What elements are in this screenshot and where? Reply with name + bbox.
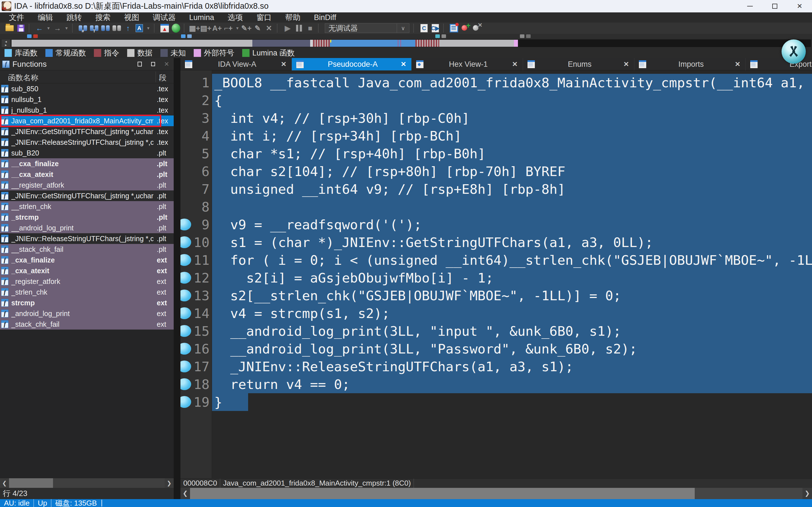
rename-icon[interactable]: A+ bbox=[212, 23, 222, 33]
function-row[interactable]: fsub_850.tex bbox=[0, 83, 174, 94]
lumina-icon[interactable] bbox=[171, 23, 181, 33]
code-line-5[interactable]: char *s1; // [rsp+40h] [rbp-B0h] bbox=[212, 145, 812, 163]
delete-breakpoint-icon[interactable] bbox=[471, 23, 481, 33]
code-line-11[interactable]: for ( i = 0; i < (unsigned __int64)__str… bbox=[212, 251, 812, 269]
code-line-8[interactable] bbox=[212, 198, 812, 216]
maximize-button[interactable] bbox=[762, 0, 787, 12]
debug-pause-icon[interactable] bbox=[294, 23, 304, 33]
function-row[interactable]: f_JNIEnv::ReleaseStringUTFChars(_jstring… bbox=[0, 233, 174, 244]
tab-close-icon[interactable]: ✕ bbox=[401, 60, 406, 68]
tab-close-icon[interactable]: ✕ bbox=[281, 60, 287, 68]
function-row[interactable]: f_cxa_atexitext bbox=[0, 265, 174, 276]
function-row[interactable]: f_register_atforkext bbox=[0, 276, 174, 287]
code-line-9[interactable]: v9 = __readfsqword('('); bbox=[212, 216, 812, 233]
create-struct-icon[interactable]: ▦+ bbox=[190, 23, 200, 33]
tab-close-icon[interactable]: ✕ bbox=[512, 60, 518, 68]
code-line-17[interactable]: _JNIEnv::ReleaseStringUTFChars(a1, a3, s… bbox=[212, 358, 812, 376]
function-row[interactable]: fj_nullsub_1.tex bbox=[0, 105, 174, 115]
navband-segment-1[interactable] bbox=[252, 40, 310, 47]
function-row[interactable]: f_JNIEnv::GetStringUTFChars(_jstring *,u… bbox=[0, 190, 174, 201]
menu-item-7[interactable]: 选项 bbox=[221, 12, 250, 22]
mini-toolbar-chip[interactable] bbox=[520, 34, 524, 38]
navband-segment-0[interactable] bbox=[11, 40, 252, 47]
panel-splitter[interactable] bbox=[174, 58, 181, 499]
mini-toolbar-chip[interactable] bbox=[27, 34, 32, 38]
tab-ida-view-a[interactable]: IDA View-A✕ bbox=[181, 58, 292, 70]
menu-item-5[interactable]: 调试器 bbox=[146, 12, 183, 22]
function-row[interactable]: f_strlen_chkext bbox=[0, 287, 174, 297]
code-line-4[interactable]: int i; // [rsp+34h] [rbp-BCh] bbox=[212, 127, 812, 145]
tab-imports[interactable]: Imports✕ bbox=[635, 58, 746, 70]
forward-arrow-icon[interactable]: → bbox=[52, 23, 63, 33]
create-enum-icon[interactable]: ▤+ bbox=[201, 23, 211, 33]
function-row[interactable]: fsub_B20.plt bbox=[0, 148, 174, 158]
search-binary-icon[interactable]: # bbox=[78, 23, 88, 33]
function-row[interactable]: f__stack_chk_fail.plt bbox=[0, 244, 174, 255]
scroll-left-icon[interactable]: ❮ bbox=[181, 488, 190, 499]
mini-toolbar-chip[interactable] bbox=[181, 34, 186, 38]
function-row[interactable]: fstrcmpext bbox=[0, 297, 174, 308]
function-row[interactable]: f__register_atfork.plt bbox=[0, 180, 174, 190]
code-line-6[interactable]: char s2[104]; // [rsp+80h] [rbp-70h] BYR… bbox=[212, 163, 812, 180]
panel-close-button[interactable]: ✕ bbox=[163, 61, 170, 67]
menu-item-8[interactable]: 窗口 bbox=[250, 12, 278, 22]
code-line-3[interactable]: int v4; // [rsp+30h] [rbp-C0h] bbox=[212, 109, 812, 127]
mini-toolbar-chip[interactable] bbox=[435, 34, 440, 38]
navband-segment-7[interactable] bbox=[415, 40, 439, 47]
function-row[interactable]: f_JNIEnv::GetStringUTFChars(_jstring *,u… bbox=[0, 126, 174, 137]
debugger-select-chevron-icon[interactable]: ∨ bbox=[397, 24, 409, 33]
code-line-10[interactable]: s1 = (char *)_JNIEnv::GetStringUTFChars(… bbox=[212, 233, 812, 251]
panel-maximize-button[interactable] bbox=[137, 61, 143, 67]
menu-item-3[interactable]: 搜索 bbox=[89, 12, 117, 22]
ascii-string-icon[interactable]: A bbox=[134, 23, 144, 33]
mini-toolbar-chip[interactable] bbox=[526, 34, 530, 38]
function-row[interactable]: fnullsub_1.tex bbox=[0, 94, 174, 105]
function-row[interactable]: f_strcmp.plt bbox=[0, 212, 174, 223]
menu-item-0[interactable]: 文件 bbox=[2, 12, 31, 22]
save-file-icon[interactable] bbox=[16, 23, 26, 33]
search-gray-icon[interactable] bbox=[112, 23, 122, 33]
navband-segment-2[interactable] bbox=[310, 40, 313, 47]
debug-stop-icon[interactable]: ■ bbox=[305, 23, 315, 33]
column-segment[interactable]: 段 bbox=[159, 73, 167, 83]
code-line-2[interactable]: { bbox=[212, 92, 812, 109]
pseudocode-gutter[interactable]: 12345678910111213141516171819 bbox=[181, 70, 212, 478]
set-type-icon[interactable]: ⌐+ bbox=[223, 23, 234, 33]
breakpoint-list-icon[interactable] bbox=[449, 23, 459, 33]
search-sequence-icon[interactable] bbox=[100, 23, 110, 33]
navband-segment-8[interactable] bbox=[439, 40, 514, 47]
back-dropdown-icon[interactable]: ▼ bbox=[46, 23, 51, 33]
pseudocode-view[interactable]: 12345678910111213141516171819 _BOOL8 __f… bbox=[181, 70, 812, 478]
navband-segment-3[interactable] bbox=[313, 40, 330, 47]
function-row[interactable]: f__cxa_atexit.plt bbox=[0, 169, 174, 180]
function-row[interactable]: fJava_com_ad2001_frida0x8_MainActivity_c… bbox=[0, 115, 174, 126]
menu-item-9[interactable]: 帮助 bbox=[278, 12, 307, 22]
pseudocode-hscrollbar[interactable]: ❮ ❯ bbox=[181, 488, 812, 499]
menu-item-1[interactable]: 编辑 bbox=[31, 12, 60, 22]
function-row[interactable]: f_android_log_printext bbox=[0, 308, 174, 319]
step-into-icon[interactable]: C bbox=[419, 23, 429, 33]
search-text-icon[interactable]: T bbox=[89, 23, 99, 33]
function-row[interactable]: f_JNIEnv::ReleaseStringUTFChars(_jstring… bbox=[0, 137, 174, 148]
navband-segment-10[interactable] bbox=[518, 40, 811, 47]
code-line-13[interactable]: s2[__strlen_chk("GSJEB|OBUJWF`MBOE~", -1… bbox=[212, 287, 812, 304]
mini-toolbar-chip[interactable] bbox=[187, 34, 192, 38]
column-function-name[interactable]: 函数名称 bbox=[8, 73, 38, 83]
code-line-15[interactable]: __android_log_print(3LL, "input ", &unk_… bbox=[212, 322, 812, 340]
debug-run-icon[interactable]: ▶ bbox=[283, 23, 293, 33]
menu-item-2[interactable]: 跳转 bbox=[60, 12, 89, 22]
tag-icon[interactable]: ✎+ bbox=[241, 23, 252, 33]
open-file-icon[interactable] bbox=[4, 23, 15, 33]
tab-enums[interactable]: Enums✕ bbox=[523, 58, 635, 70]
navband-segment-6[interactable] bbox=[401, 40, 415, 47]
back-arrow-icon[interactable]: ← bbox=[35, 23, 45, 33]
code-line-16[interactable]: __android_log_print(3LL, "Password", &un… bbox=[212, 340, 812, 358]
functions-hscroll-thumb[interactable] bbox=[9, 478, 53, 488]
search-dropdown-icon[interactable]: ▼ bbox=[146, 23, 151, 33]
navband-segment-4[interactable] bbox=[330, 40, 396, 47]
code-line-14[interactable]: v4 = strcmp(s1, s2); bbox=[212, 304, 812, 322]
menu-item-4[interactable]: 视图 bbox=[117, 12, 146, 22]
navigator-scroll-arrows[interactable]: ◂▸ bbox=[2, 40, 10, 47]
add-breakpoint-icon[interactable] bbox=[460, 23, 470, 33]
scroll-left-icon[interactable]: ❮ bbox=[0, 478, 9, 488]
